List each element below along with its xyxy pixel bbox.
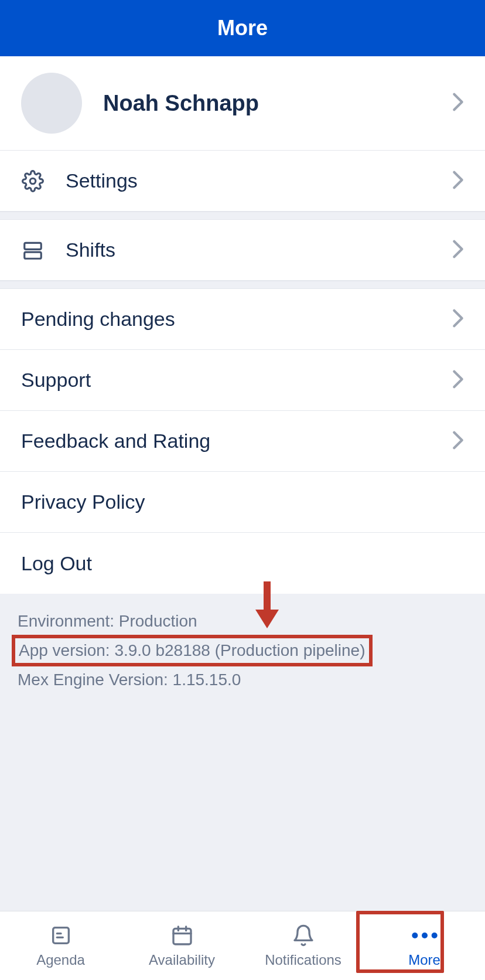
profile-name: Noah Schnapp bbox=[103, 91, 452, 116]
chevron-right-icon bbox=[452, 430, 464, 452]
agenda-icon bbox=[49, 924, 73, 947]
settings-label: Settings bbox=[66, 169, 452, 192]
calendar-icon bbox=[170, 924, 194, 947]
svg-rect-1 bbox=[25, 243, 42, 249]
svg-point-0 bbox=[30, 178, 36, 184]
environment-text: Environment: Production bbox=[18, 609, 467, 634]
page-title: More bbox=[217, 16, 268, 40]
header: More bbox=[0, 0, 485, 56]
shifts-icon bbox=[21, 239, 45, 261]
support-label: Support bbox=[21, 369, 452, 392]
chevron-right-icon bbox=[452, 369, 464, 392]
feedback-row[interactable]: Feedback and Rating bbox=[0, 411, 485, 472]
privacy-row[interactable]: Privacy Policy bbox=[0, 472, 485, 533]
avatar bbox=[21, 73, 82, 134]
privacy-label: Privacy Policy bbox=[21, 491, 464, 513]
bell-icon bbox=[292, 924, 315, 947]
app-version-text: App version: 3.9.0 b28188 (Production pi… bbox=[19, 641, 366, 659]
shifts-label: Shifts bbox=[66, 239, 452, 261]
tab-notifications[interactable]: Notifications bbox=[243, 911, 364, 980]
tab-notifications-label: Notifications bbox=[265, 952, 341, 968]
tab-agenda[interactable]: Agenda bbox=[0, 911, 121, 980]
support-row[interactable]: Support bbox=[0, 350, 485, 411]
mex-engine-text: Mex Engine Version: 1.15.15.0 bbox=[18, 668, 467, 692]
svg-rect-3 bbox=[53, 927, 69, 943]
section-gap bbox=[0, 281, 485, 289]
logout-label: Log Out bbox=[21, 552, 464, 575]
section-gap bbox=[0, 212, 485, 220]
tab-availability-label: Availability bbox=[149, 952, 215, 968]
footer-info: Environment: Production App version: 3.9… bbox=[0, 594, 485, 709]
profile-row[interactable]: Noah Schnapp bbox=[0, 56, 485, 151]
logout-row[interactable]: Log Out bbox=[0, 533, 485, 594]
svg-rect-2 bbox=[25, 252, 42, 258]
settings-row[interactable]: Settings bbox=[0, 151, 485, 212]
gear-icon bbox=[21, 170, 45, 192]
annotation-tab-highlight bbox=[356, 911, 444, 973]
chevron-right-icon bbox=[452, 308, 464, 331]
svg-rect-6 bbox=[173, 928, 191, 944]
pending-changes-row[interactable]: Pending changes bbox=[0, 289, 485, 350]
chevron-right-icon bbox=[452, 170, 464, 192]
annotation-highlight-box: App version: 3.9.0 b28188 (Production pi… bbox=[12, 635, 373, 666]
pending-changes-label: Pending changes bbox=[21, 308, 452, 331]
feedback-label: Feedback and Rating bbox=[21, 430, 452, 452]
chevron-right-icon bbox=[452, 239, 464, 261]
chevron-right-icon bbox=[452, 92, 464, 114]
shifts-row[interactable]: Shifts bbox=[0, 220, 485, 281]
tab-agenda-label: Agenda bbox=[36, 952, 85, 968]
tab-availability[interactable]: Availability bbox=[121, 911, 243, 980]
